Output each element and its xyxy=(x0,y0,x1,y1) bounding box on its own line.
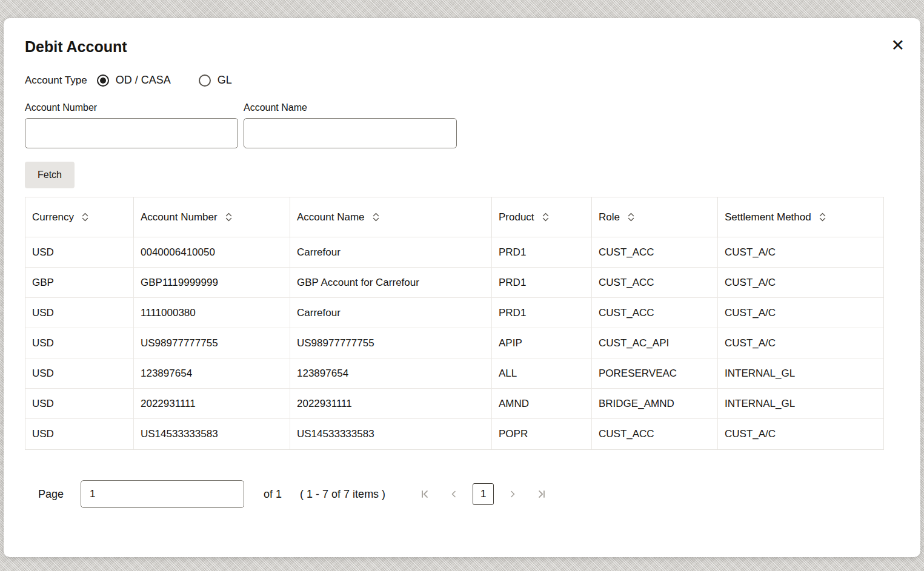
account-name-field-group: Account Name xyxy=(244,102,457,148)
table-cell: PRD1 xyxy=(492,298,592,328)
next-page-icon[interactable] xyxy=(502,484,523,504)
table-cell: CUST_A/C xyxy=(718,328,885,358)
column-header-label: Currency xyxy=(32,211,74,223)
table-row[interactable]: USD1111000380CarrefourPRD1CUST_ACCCUST_A… xyxy=(25,298,883,328)
table-row[interactable]: USD123897654123897654ALLPORESERVEACINTER… xyxy=(25,358,883,389)
table-cell: US14533333583 xyxy=(290,419,492,449)
table-cell: INTERNAL_GL xyxy=(718,389,885,418)
table-header-row: CurrencyAccount NumberAccount NameProduc… xyxy=(25,197,883,237)
table-row[interactable]: USD20229311112022931111AMNDBRIDGE_AMNDIN… xyxy=(25,389,883,419)
table-cell: CUST_A/C xyxy=(718,268,885,297)
table-cell: CUST_A/C xyxy=(718,237,885,267)
radio-option-od-casa[interactable]: OD / CASA xyxy=(97,74,171,87)
table-cell: CUST_ACC xyxy=(592,268,718,297)
table-body: USD0040006410050CarrefourPRD1CUST_ACCCUS… xyxy=(25,237,883,449)
table-cell: USD xyxy=(25,328,134,358)
radio-option-gl[interactable]: GL xyxy=(199,74,232,87)
table-cell: CUST_ACC xyxy=(592,419,718,449)
table-cell: Carrefour xyxy=(290,237,492,267)
table-cell: US14533333583 xyxy=(134,419,290,449)
radio-label: OD / CASA xyxy=(116,74,171,87)
table-cell: CUST_ACC xyxy=(592,298,718,328)
table-cell: CUST_ACC xyxy=(592,237,718,267)
column-header-account-number[interactable]: Account Number xyxy=(134,197,290,237)
table-cell: GBP Account for Carrefour xyxy=(290,268,492,297)
previous-page-icon[interactable] xyxy=(444,484,464,504)
search-fields-row: Account Number Account Name xyxy=(25,102,899,148)
column-header-label: Account Number xyxy=(141,211,218,223)
table-row[interactable]: USDUS98977777755US98977777755APIPCUST_AC… xyxy=(25,328,883,358)
account-name-input[interactable] xyxy=(244,118,457,148)
column-header-label: Product xyxy=(499,211,534,223)
table-cell: CUST_A/C xyxy=(718,419,885,449)
table-cell: USD xyxy=(25,237,134,267)
account-type-group: Account Type OD / CASA GL xyxy=(25,74,899,87)
first-page-icon[interactable] xyxy=(414,484,435,504)
column-header-label: Account Name xyxy=(297,211,365,223)
sort-icon[interactable] xyxy=(225,212,233,222)
account-number-label: Account Number xyxy=(25,102,238,113)
radio-label: GL xyxy=(218,74,232,87)
table-cell: INTERNAL_GL xyxy=(718,358,885,388)
table-cell: GBP1119999999 xyxy=(134,268,290,297)
table-cell: Carrefour xyxy=(290,298,492,328)
table-cell: POPR xyxy=(492,419,592,449)
account-name-label: Account Name xyxy=(244,102,457,113)
column-header-label: Role xyxy=(599,211,620,223)
sort-icon[interactable] xyxy=(372,212,380,222)
table-cell: CUST_AC_API xyxy=(592,328,718,358)
fetch-button[interactable]: Fetch xyxy=(25,162,75,188)
table-cell: 123897654 xyxy=(134,358,290,388)
current-page-indicator[interactable]: 1 xyxy=(473,483,494,505)
table-row[interactable]: USD0040006410050CarrefourPRD1CUST_ACCCUS… xyxy=(25,237,883,268)
column-header-settlement-method[interactable]: Settlement Method xyxy=(718,197,885,237)
table-cell: BRIDGE_AMND xyxy=(592,389,718,418)
modal-title: Debit Account xyxy=(25,38,899,56)
table-cell: 2022931111 xyxy=(290,389,492,418)
pager-controls: 1 xyxy=(414,483,552,505)
radio-icon[interactable] xyxy=(199,74,211,87)
page-label: Page xyxy=(38,488,64,501)
sort-icon[interactable] xyxy=(819,212,826,222)
items-count-text: ( 1 - 7 of 7 items ) xyxy=(300,488,385,501)
table-cell: ALL xyxy=(492,358,592,388)
table-cell: USD xyxy=(25,419,134,449)
table-cell: AMND xyxy=(492,389,592,418)
column-header-currency[interactable]: Currency xyxy=(25,197,134,237)
table-cell: 2022931111 xyxy=(134,389,290,418)
table-cell: PORESERVEAC xyxy=(592,358,718,388)
column-header-role[interactable]: Role xyxy=(592,197,718,237)
sort-icon[interactable] xyxy=(627,212,635,222)
radio-icon[interactable] xyxy=(97,74,109,87)
table-cell: US98977777755 xyxy=(134,328,290,358)
account-type-label: Account Type xyxy=(25,74,87,87)
table-cell: PRD1 xyxy=(492,237,592,267)
table-cell: USD xyxy=(25,358,134,388)
account-number-input[interactable] xyxy=(25,118,238,148)
table-row[interactable]: USDUS14533333583US14533333583POPRCUST_AC… xyxy=(25,419,883,449)
sort-icon[interactable] xyxy=(542,212,550,222)
table-cell: APIP xyxy=(492,328,592,358)
last-page-icon[interactable] xyxy=(531,484,552,504)
table-cell: USD xyxy=(25,389,134,418)
close-icon[interactable]: ✕ xyxy=(891,38,905,54)
pagination-bar: Page of 1 ( 1 - 7 of 7 items ) 1 xyxy=(38,480,899,508)
column-header-label: Settlement Method xyxy=(725,211,811,223)
account-number-field-group: Account Number xyxy=(25,102,238,148)
sort-icon[interactable] xyxy=(81,212,89,222)
table-cell: CUST_A/C xyxy=(718,298,885,328)
accounts-table: CurrencyAccount NumberAccount NameProduc… xyxy=(25,197,884,450)
column-header-account-name[interactable]: Account Name xyxy=(290,197,492,237)
table-cell: 123897654 xyxy=(290,358,492,388)
table-cell: PRD1 xyxy=(492,268,592,297)
debit-account-modal: ✕ Debit Account Account Type OD / CASA G… xyxy=(4,18,920,557)
table-row[interactable]: GBPGBP1119999999GBP Account for Carrefou… xyxy=(25,268,883,298)
table-cell: US98977777755 xyxy=(290,328,492,358)
page-input[interactable] xyxy=(81,480,244,508)
column-header-product[interactable]: Product xyxy=(492,197,592,237)
table-cell: 0040006410050 xyxy=(134,237,290,267)
page-of-text: of 1 xyxy=(264,488,282,501)
table-cell: 1111000380 xyxy=(134,298,290,328)
table-cell: USD xyxy=(25,298,134,328)
table-cell: GBP xyxy=(25,268,134,297)
